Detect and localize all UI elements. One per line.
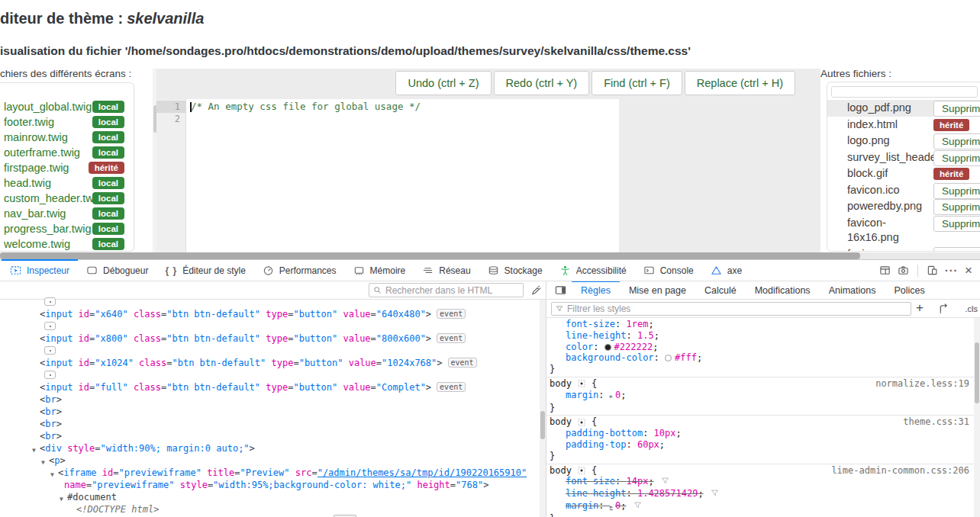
sidebar-tab-r-gles[interactable]: Règles	[572, 281, 620, 299]
file-name[interactable]: logo_pdf.png	[847, 101, 928, 116]
page-horizontal-scrollbar[interactable]	[0, 252, 980, 259]
split-panes-icon[interactable]	[879, 265, 891, 276]
css-declaration[interactable]: margin: ▶0;	[550, 390, 974, 403]
class-panel-toggle[interactable]: .cls	[965, 304, 978, 313]
menu-dots-icon[interactable]: ···	[945, 265, 958, 277]
file-name[interactable]: logo.png	[847, 133, 928, 149]
file-link[interactable]: footer.twig	[4, 116, 54, 128]
file-link[interactable]: firstpage.twig	[4, 162, 69, 174]
tree-node-input[interactable]: <input id="full" class="btn btn-default"…	[0, 381, 540, 393]
whitespace-node[interactable]	[0, 345, 540, 357]
tree-node-input[interactable]: <input id="x800" class="btn btn-default"…	[0, 332, 540, 345]
code-line[interactable]	[187, 113, 619, 125]
file-name[interactable]: poweredby.png	[847, 199, 928, 214]
overridden-filter-icon[interactable]	[633, 501, 642, 512]
code-editor[interactable]: 12 /* An empty css file for global usage…	[156, 99, 619, 252]
rule-selector[interactable]: body{theme.css:31	[550, 416, 974, 428]
css-declaration[interactable]: background-color: #fff;	[550, 352, 974, 364]
sidebar-tab-polices[interactable]: Polices	[885, 281, 933, 299]
devtools-tab-storage[interactable]: Stockage	[479, 260, 551, 281]
responsive-design-icon[interactable]	[927, 265, 938, 276]
tree-node-br[interactable]: <br>	[0, 418, 540, 430]
whitespace-node[interactable]	[0, 296, 540, 308]
css-declaration[interactable]: padding-bottom: 10px;	[550, 428, 974, 439]
tree-node-document[interactable]: ▼#document	[0, 491, 540, 503]
rule-selector[interactable]: body{normalize.less:19	[550, 378, 974, 390]
file-link[interactable]: custom_header.twig	[4, 192, 102, 204]
css-declaration[interactable]: font-size: 14px;	[550, 476, 974, 488]
editor-undo-button[interactable]: Undo (ctrl + Z)	[395, 71, 491, 95]
delete-file-button[interactable]: Supprime	[933, 216, 980, 232]
tree-node-input[interactable]: <input id="x640" class="btn btn-default"…	[0, 308, 540, 320]
three-pane-toggle-icon[interactable]	[550, 281, 572, 299]
file-link[interactable]: welcome.twig	[4, 238, 70, 250]
file-link[interactable]: mainrow.twig	[4, 131, 68, 143]
devtools-tab-axe[interactable]: axe	[702, 260, 750, 281]
tree-node-attributes[interactable]: name="previewiframe" style="width:95%;ba…	[0, 479, 540, 491]
highlight-selector-icon[interactable]	[577, 466, 586, 475]
markup-scrollbar[interactable]	[540, 300, 546, 517]
tree-node-br[interactable]: <br>	[0, 430, 540, 442]
devtools-tab-accessibility[interactable]: Accessibilité	[551, 260, 635, 281]
rule-selector[interactable]: body{lime-admin-common.css:206	[550, 465, 974, 477]
devtools-tab-braces[interactable]: { }Éditeur de style	[156, 260, 253, 281]
file-link[interactable]: progress_bar.twig	[4, 223, 91, 235]
expand-shorthand-icon[interactable]: ▶	[610, 504, 613, 510]
tree-node-br[interactable]: <br>	[0, 393, 540, 406]
highlight-selector-icon[interactable]	[577, 418, 586, 427]
devtools-tab-memory[interactable]: Mémoire	[345, 260, 414, 281]
sidebar-tab-mise-en-page[interactable]: Mise en page	[620, 281, 695, 299]
tree-node-br[interactable]: <br>	[0, 406, 540, 418]
css-declaration[interactable]: line-height: 1.5;	[550, 330, 974, 342]
devtools-tab-console[interactable]: Console	[635, 260, 702, 281]
other-files-input[interactable]	[831, 86, 978, 98]
file-link[interactable]: layout_global.twig	[4, 101, 92, 113]
css-declaration[interactable]: line-height: 1.428571429;	[550, 488, 974, 500]
tree-node-p[interactable]: ▼<p>	[0, 454, 540, 467]
highlight-selector-icon[interactable]	[577, 379, 586, 388]
delete-file-button[interactable]: Supprime	[933, 199, 980, 215]
file-name[interactable]: survey_list_heade	[847, 150, 928, 165]
file-name[interactable]: index.html	[847, 117, 928, 133]
scrollbar-thumb[interactable]	[0, 252, 860, 259]
delete-file-button[interactable]: Supprime	[933, 247, 980, 252]
devtools-tab-network[interactable]: Réseau	[414, 260, 479, 281]
color-swatch[interactable]	[604, 344, 611, 351]
css-declaration[interactable]: margin: ▶0;	[550, 500, 974, 513]
css-declaration[interactable]: color: #222222;	[550, 342, 974, 353]
eyedropper-icon[interactable]	[530, 284, 542, 296]
file-name[interactable]: favicon-16x16.png	[847, 216, 928, 246]
file-name[interactable]: favicon-	[847, 247, 928, 252]
event-badge[interactable]: event	[448, 358, 477, 368]
code-line[interactable]: /* An empty css file for global usage */	[187, 101, 619, 113]
scrollbar-thumb[interactable]	[975, 342, 979, 403]
delete-file-button[interactable]: Supprime	[933, 133, 980, 149]
stylesheet-source-link[interactable]: lime-admin-common.css:206	[831, 465, 974, 477]
event-badge[interactable]: event	[437, 333, 466, 343]
rules-scrollbar[interactable]	[974, 318, 980, 517]
file-name[interactable]: favicon.ico	[847, 183, 928, 198]
expand-shorthand-icon[interactable]: ▶	[610, 393, 613, 400]
file-link[interactable]: outerframe.twig	[4, 146, 80, 159]
event-badge[interactable]: event	[437, 382, 466, 392]
editor-replace-button[interactable]: Replace (ctrl + H)	[685, 71, 795, 95]
tree-node-iframe[interactable]: ▼<iframe id="previewiframe" title="Previ…	[0, 467, 540, 479]
stylesheet-source-link[interactable]: normalize.less:19	[875, 378, 974, 390]
delete-file-button[interactable]: Supprime	[933, 150, 980, 166]
tree-node-input[interactable]: <input id="x1024" class="btn btn-default…	[0, 357, 540, 369]
sidebar-tab-calcul-[interactable]: Calculé	[695, 281, 746, 299]
whitespace-node[interactable]	[0, 369, 540, 381]
delete-file-button[interactable]: Supprime	[933, 101, 980, 117]
sidebar-tab-animations[interactable]: Animations	[820, 281, 885, 299]
tree-node-doctype[interactable]: <!DOCTYPE html>	[0, 503, 540, 515]
close-devtools-icon[interactable]: ×	[965, 263, 972, 278]
stylesheet-source-link[interactable]: theme.css:31	[903, 416, 974, 428]
devtools-tab-inspector[interactable]: Inspecteur	[2, 260, 78, 281]
overridden-filter-icon[interactable]	[661, 477, 669, 488]
editor-find-button[interactable]: Find (ctrl + F)	[592, 71, 682, 95]
file-link[interactable]: head.twig	[4, 177, 51, 189]
scrollbar-thumb[interactable]	[540, 411, 545, 439]
delete-file-button[interactable]: Supprime	[933, 183, 980, 199]
whitespace-node[interactable]	[0, 320, 540, 332]
tree-node-div[interactable]: ▼<div style="width:90%; margin:0 auto;">	[0, 442, 540, 454]
